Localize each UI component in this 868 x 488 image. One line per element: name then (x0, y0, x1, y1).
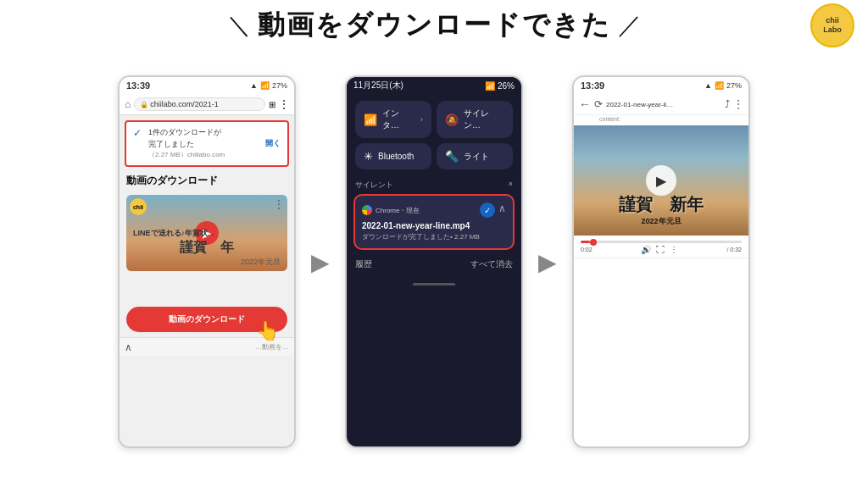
tile-arrow-1: › (420, 115, 423, 124)
notif-check-button[interactable]: ✓ (480, 202, 495, 218)
slash-right: ／ (618, 9, 642, 42)
home-bar (347, 274, 521, 294)
notif-section: サイレント × (347, 176, 521, 192)
silent-icon: 🔕 (445, 114, 459, 126)
download-button[interactable]: 動画のダウンロード 👆 (126, 307, 287, 332)
video-kanji: 謹賀 年 (133, 239, 281, 257)
menu-icon: ⋮ (279, 98, 289, 110)
screen3-url: 2022-01-new-year-li… (606, 101, 721, 108)
notif-actions: ✓ ∧ (480, 202, 506, 218)
time-icons: 🔊 ⛶ ⋮ (641, 245, 678, 254)
video-overlay: LINEで送れる♪年賀状... 謹賀 年 2022年元旦 (133, 228, 281, 268)
screen1-frame: 13:39 ▲ 📶 27% ⌂ 🔒 chiilabo.com/2021-1 ⊞ … (118, 75, 296, 448)
progress-dot (590, 239, 597, 246)
home-indicator (413, 283, 455, 286)
notif-desc: ダウンロードが完了しました• 2.27 MB (362, 232, 506, 241)
status-bar-2: 11月25日(木) 📶 26% (347, 77, 521, 94)
volume-icon[interactable]: 🔊 (641, 245, 651, 254)
page-title-1: 動画のダウンロード (120, 170, 294, 191)
bluetooth-icon: ✳ (364, 150, 373, 163)
lock-icon: 🔒 (140, 101, 148, 108)
more-icon[interactable]: ⋮ (733, 98, 743, 110)
history-btn[interactable]: 履歴 (355, 258, 372, 270)
hand-icon: 👆 (256, 320, 279, 342)
notif-open-btn[interactable]: 開く (265, 138, 281, 149)
home-icon: ⌂ (125, 98, 131, 110)
arrow-1: ▶ (311, 248, 330, 276)
time-current: 0:02 (581, 247, 593, 252)
status-icons-1: ▲ 📶 27% (250, 81, 287, 90)
time-1: 13:39 (126, 80, 150, 91)
tile-internet[interactable]: 📶 インタ… › (355, 101, 431, 138)
chrome-icon (362, 205, 372, 215)
wifi-icon-3: 📶 (715, 81, 724, 90)
notif-expand-icon[interactable]: ∧ (498, 202, 506, 218)
signal-icon-1: ▲ (250, 81, 258, 90)
video-title: LINEで送れる♪年賀状... (133, 228, 281, 239)
video-more-icon: ⋮ (274, 198, 284, 210)
wifi-icon-2: 📶 (485, 81, 495, 91)
bottom-content: …動画を… (255, 342, 289, 352)
notif-app-name: Chrome・現在 (362, 205, 420, 215)
notif-line1: 1件のダウンロードが (148, 127, 225, 139)
notif-footer: 履歴 すべて消去 (347, 252, 521, 274)
notif-card: Chrome・現在 ✓ ∧ 2022-01-new-year-line.mp4 … (353, 194, 515, 250)
page-title: 動画をダウンロードできた (258, 7, 611, 44)
progress-bar[interactable] (581, 241, 742, 243)
status-icons-3: ▲ 📶 27% (704, 81, 742, 90)
tile-bluetooth[interactable]: ✳ Bluetooth (355, 143, 431, 169)
battery-icon-2: 26% (498, 81, 515, 91)
video-player: ▶ 謹賀 新年 2022年元旦 (574, 125, 748, 236)
status-bar-3: 13:39 ▲ 📶 27% (574, 77, 748, 94)
spacer (120, 274, 294, 300)
time-row: 0:02 🔊 ⛶ ⋮ / 0:32 (581, 245, 742, 254)
url-bar[interactable]: 🔒 chiilabo.com/2021-1 (134, 97, 265, 111)
slash-left: ＼ (227, 9, 251, 42)
tile-silent[interactable]: 🔕 サイレン… (437, 101, 513, 138)
page-header: ＼ 動画をダウンロードできた ／ chii Labo (0, 0, 868, 47)
download-notif: ✓ 1件のダウンロードが 完了しました （2.27 MB）chiilabo.co… (125, 120, 289, 167)
status-icons-2: 📶 26% (485, 81, 515, 91)
screen3-topbar: ← ⟳ 2022-01-new-year-li… ⤴ ⋮ (574, 94, 748, 115)
nenga-text: 謹賀 新年 (619, 193, 704, 216)
time-3: 13:39 (581, 80, 604, 91)
play-icon-large: ▶ (656, 173, 666, 189)
clear-btn[interactable]: すべて消去 (470, 258, 513, 270)
notif-source: （2.27 MB）chiilabo.com (148, 150, 225, 160)
fullscreen-icon[interactable]: ⛶ (656, 245, 665, 254)
share-icon[interactable]: ⤴ (725, 98, 730, 110)
video-thumbnail: chii ⋮ ▶ LINEで送れる♪年賀状... 謹賀 年 2022年元旦 (126, 195, 287, 271)
options-icon[interactable]: ⋮ (670, 245, 678, 254)
video-controls: 0:02 🔊 ⛶ ⋮ / 0:32 (574, 236, 748, 258)
copy-icon: ⊞ (269, 100, 275, 109)
battery-icon-1: 27% (272, 81, 287, 90)
notif-card-header: Chrome・現在 ✓ ∧ (362, 202, 506, 218)
signal-icon-3: ▲ (704, 81, 712, 90)
screen2-frame: 11月25日(木) 📶 26% 📶 インタ… › 🔕 サイレン… ✳ Bluet… (345, 75, 523, 448)
refresh-icon: ⟳ (594, 98, 603, 110)
back-button[interactable]: ← (579, 97, 591, 111)
video-year: 2022年元旦 (133, 257, 281, 268)
date-2: 11月25日(木) (353, 80, 403, 92)
arrow-2: ▶ (538, 248, 557, 276)
video-overlay-3: 謹賀 新年 2022年元旦 (619, 193, 704, 227)
torch-icon: 🔦 (445, 150, 459, 163)
status-bar-1: 13:39 ▲ 📶 27% (120, 77, 294, 94)
logo: chii Labo (810, 3, 854, 47)
quick-tiles: 📶 インタ… › 🔕 サイレン… ✳ Bluetooth 🔦 ライト (347, 94, 521, 176)
thumb-logo: chii (130, 198, 147, 215)
notif-filename: 2022-01-new-year-line.mp4 (362, 221, 506, 230)
wifi-icon-1: 📶 (260, 81, 270, 90)
wifi-tile-icon: 📶 (364, 114, 377, 126)
battery-icon-3: 27% (726, 81, 742, 90)
tile-torch[interactable]: 🔦 ライト (437, 143, 513, 169)
notif-line2: 完了しました (148, 139, 225, 151)
main-content: 13:39 ▲ 📶 27% ⌂ 🔒 chiilabo.com/2021-1 ⊞ … (0, 47, 868, 476)
progress-fill (581, 241, 590, 243)
play-button-large[interactable]: ▶ (646, 165, 676, 196)
screen3-sub-url: content: (574, 115, 748, 125)
screen3-frame: 13:39 ▲ 📶 27% ← ⟳ 2022-01-new-year-li… ⤴… (572, 75, 750, 448)
time-total: / 0:32 (726, 247, 742, 252)
nav-up-icon[interactable]: ∧ (125, 341, 132, 353)
notif-check-icon: ✓ (133, 127, 142, 139)
